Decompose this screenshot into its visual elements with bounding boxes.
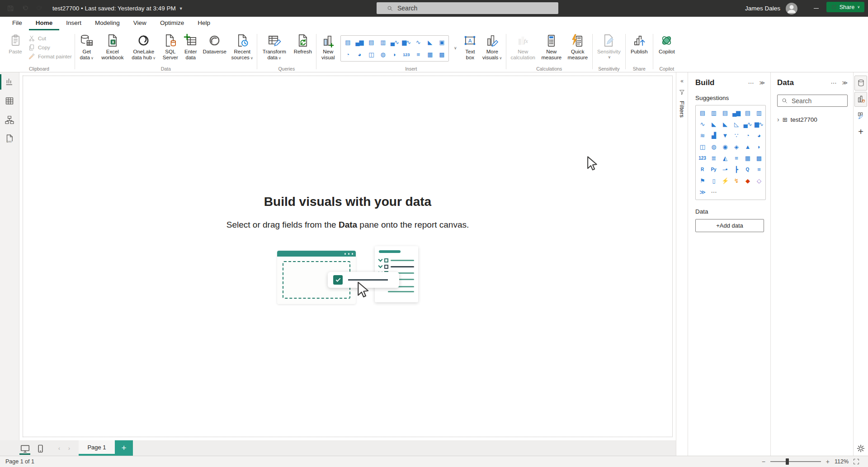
shape-map-icon[interactable]: ◈: [731, 141, 742, 152]
publish-button[interactable]: Publish: [628, 33, 650, 55]
gallery-expand-button[interactable]: ∨: [452, 35, 459, 61]
zoom-slider[interactable]: [770, 461, 821, 462]
menu-item-insert[interactable]: Insert: [59, 17, 88, 30]
azure-map-icon[interactable]: ▲: [742, 141, 753, 152]
data-search-box[interactable]: [777, 95, 848, 107]
table-icon[interactable]: ▦: [424, 48, 436, 61]
copy-button[interactable]: Copy: [28, 43, 72, 52]
build-visual-pane-toggle[interactable]: [854, 92, 867, 107]
collapse-build-pane-icon[interactable]: ≫: [759, 80, 765, 86]
build-pane-options-icon[interactable]: ⋯: [748, 80, 754, 86]
line-chart-icon[interactable]: ∿: [697, 119, 708, 130]
paste-button[interactable]: Paste: [6, 33, 24, 55]
transform-data-button[interactable]: Transform data∨: [260, 33, 289, 61]
expand-table-icon[interactable]: ›: [777, 116, 779, 123]
table-icon[interactable]: ▦: [742, 152, 753, 164]
previous-page-arrow[interactable]: ‹: [54, 440, 64, 456]
map-icon[interactable]: ◍: [377, 48, 389, 61]
avatar[interactable]: [786, 3, 797, 14]
treemap-icon[interactable]: ◫: [365, 48, 377, 61]
line-stacked-column-chart-icon[interactable]: ▄∿: [389, 36, 401, 48]
scatter-chart-icon[interactable]: ∵: [731, 130, 742, 141]
minimize-button[interactable]: [806, 0, 826, 17]
qa-visual-icon[interactable]: Q: [742, 164, 753, 175]
smart-narrative-icon[interactable]: ≡: [753, 164, 764, 175]
dax-query-view-button[interactable]: [0, 129, 19, 148]
map-icon[interactable]: ◍: [708, 141, 719, 152]
arcgis-map-icon[interactable]: ◆: [742, 175, 753, 186]
donut-chart-icon[interactable]: ◕: [354, 48, 365, 61]
matrix-icon[interactable]: ▩: [753, 152, 764, 164]
matrix-icon[interactable]: ▩: [436, 48, 448, 61]
excel-workbook-button[interactable]: Excel workbook: [99, 33, 127, 61]
quick-measure-button[interactable]: Quick measure: [566, 33, 590, 61]
filters-pane-label[interactable]: Filters: [679, 101, 685, 118]
stacked-area-chart-icon[interactable]: ◣: [719, 119, 731, 130]
sensitivity-button[interactable]: Sensitivity ∨: [595, 33, 623, 60]
table-view-button[interactable]: [0, 91, 19, 110]
undo-icon[interactable]: [21, 5, 29, 12]
pie-chart-icon[interactable]: ◔: [742, 130, 753, 141]
pie-chart-icon[interactable]: ◔: [342, 48, 354, 61]
global-search[interactable]: [377, 2, 558, 14]
report-canvas[interactable]: Build visuals with your data Select or d…: [19, 72, 676, 440]
enter-data-button[interactable]: Enter data: [183, 33, 199, 61]
stacked-column-chart-icon[interactable]: ▥: [708, 107, 719, 119]
mobile-layout-button[interactable]: [33, 441, 48, 456]
stacked-bar-chart-icon[interactable]: ▤: [342, 36, 354, 48]
zoom-out-button[interactable]: −: [761, 458, 766, 465]
new-page-button[interactable]: +: [115, 440, 133, 456]
format-pane-toggle[interactable]: [854, 108, 867, 123]
100-stacked-area-chart-icon[interactable]: ◺: [731, 119, 742, 130]
card-icon[interactable]: 123: [697, 152, 708, 164]
collapse-data-pane-icon[interactable]: ≫: [842, 80, 848, 86]
report-view-button[interactable]: [0, 72, 19, 91]
stacked-column-chart-icon[interactable]: ▥: [377, 36, 389, 48]
new-measure-button[interactable]: New measure: [540, 33, 563, 61]
gauge-icon[interactable]: ◗: [389, 48, 401, 61]
get-data-button[interactable]: Get data∨: [78, 33, 96, 61]
filled-map-icon[interactable]: ◉: [719, 141, 731, 152]
more-visuals-button[interactable]: More visuals∨: [481, 33, 503, 61]
table-name[interactable]: test27700: [791, 116, 817, 123]
area-chart-icon[interactable]: ◣: [708, 119, 719, 130]
data-search-input[interactable]: [792, 97, 841, 105]
smart-filter-icon[interactable]: ▣: [436, 36, 448, 48]
zoom-slider-thumb[interactable]: [786, 458, 789, 465]
menu-item-optimize[interactable]: Optimize: [153, 17, 191, 30]
menu-item-modeling[interactable]: Modeling: [88, 17, 127, 30]
redo-icon[interactable]: [36, 5, 43, 12]
new-calculation-button[interactable]: New calculation: [509, 33, 537, 61]
data-activator-icon[interactable]: ↯: [731, 175, 742, 186]
new-visual-button[interactable]: New visual: [319, 33, 337, 61]
fit-to-page-icon[interactable]: [853, 458, 860, 465]
clustered-bar-chart-icon[interactable]: ▤: [365, 36, 377, 48]
model-view-button[interactable]: [0, 110, 19, 129]
user-name[interactable]: James Dales: [745, 5, 780, 12]
line-clustered-column-chart-icon[interactable]: ▆∿: [401, 36, 412, 48]
card-icon[interactable]: 123: [401, 48, 412, 61]
line-clustered-column-chart-icon[interactable]: ▆∿: [753, 119, 764, 130]
metrics-icon[interactable]: ⚑: [697, 175, 708, 186]
donut-chart-icon[interactable]: ◕: [753, 130, 764, 141]
text-box-button[interactable]: Text box: [462, 33, 478, 61]
menu-item-help[interactable]: Help: [191, 17, 217, 30]
clustered-column-chart-icon[interactable]: ▄▆: [731, 107, 742, 119]
paginated-report-icon[interactable]: ▯: [708, 175, 719, 186]
power-automate-icon[interactable]: ≫: [697, 186, 708, 198]
more-visual-types-icon[interactable]: ⋯: [708, 186, 719, 198]
field-table-row[interactable]: ›⊞test27700: [777, 116, 848, 123]
scorecard-icon[interactable]: ⚡: [719, 175, 731, 186]
r-script-visual-icon[interactable]: R: [697, 164, 708, 175]
document-title[interactable]: test27700 • Last saved: Yesterday at 3:4…: [52, 5, 183, 12]
desktop-layout-button[interactable]: [17, 441, 33, 456]
multi-row-card-icon[interactable]: ≣: [708, 152, 719, 164]
funnel-chart-icon[interactable]: ▼: [719, 130, 731, 141]
copilot-button[interactable]: Copilot: [656, 33, 678, 55]
add-pane-button[interactable]: +: [854, 124, 867, 139]
100-stacked-column-chart-icon[interactable]: ▥: [753, 107, 764, 119]
python-visual-icon[interactable]: Py: [708, 164, 719, 175]
dataverse-button[interactable]: Dataverse: [202, 33, 228, 55]
format-painter-button[interactable]: Format painter: [28, 52, 72, 61]
100-stacked-bar-chart-icon[interactable]: ▤: [742, 107, 753, 119]
